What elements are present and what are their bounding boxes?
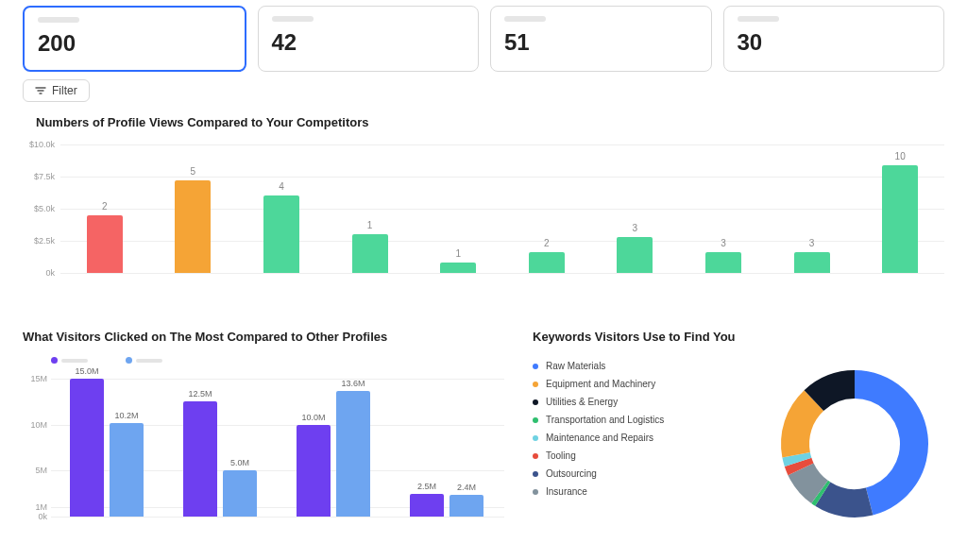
stat-card-label-placeholder — [38, 17, 79, 23]
stat-card-2[interactable]: 42 — [258, 6, 480, 72]
chart2-legend-a — [51, 357, 88, 364]
filter-label: Filter — [52, 84, 77, 97]
chart2-bar-b-label: 10.2M — [114, 411, 138, 420]
legend-dot-icon — [533, 489, 538, 495]
chart2-bar-b-label: 13.6M — [341, 379, 365, 388]
legend-label: Raw Materials — [546, 357, 605, 375]
chart2-bar-b-label: 5.0M — [230, 458, 249, 467]
stat-card-value: 42 — [272, 29, 466, 56]
chart1-bar-label: 2 — [544, 238, 550, 248]
chart2-bar-b[interactable] — [110, 423, 144, 517]
chart2-bar-a[interactable] — [410, 494, 444, 517]
clicks-chart: 0k1M5M10M15M 15.0M10.2M12.5M5.0M10.0M13.… — [23, 369, 504, 530]
chart2-bar-a[interactable] — [70, 379, 104, 517]
legend-dot-icon — [533, 399, 538, 405]
chart1-bar[interactable] — [263, 195, 299, 273]
legend-label: Outsourcing — [546, 465, 597, 483]
chart2-bar-a-label: 12.5M — [188, 389, 212, 399]
legend-label: Insurance — [546, 483, 587, 501]
chart1-bar[interactable] — [175, 180, 211, 273]
legend-label: Tooling — [546, 447, 576, 465]
stat-card-value: 200 — [38, 30, 231, 57]
chart1-bar-label: 3 — [721, 238, 726, 248]
chart1-bar-label: 2 — [102, 201, 108, 212]
chart2-bar-a-label: 10.0M — [301, 413, 325, 422]
donut-svg — [770, 359, 940, 529]
legend-dot-icon — [533, 364, 538, 369]
chart2-bar-a-label: 2.5M — [417, 482, 436, 491]
chart1-bars: 25411233310 — [60, 144, 944, 273]
chart1-bar-label: 4 — [279, 181, 284, 192]
legend-dot-icon — [533, 471, 538, 477]
chart1-bar-label: 3 — [633, 223, 638, 233]
stat-card-label-placeholder — [272, 16, 314, 22]
stats-row: 200 42 51 30 — [0, 0, 967, 72]
legend-dot-icon — [533, 382, 538, 387]
chart2-legend-b — [126, 357, 162, 364]
chart2-bar-b-label: 2.4M — [457, 483, 476, 492]
filter-button[interactable]: Filter — [23, 79, 90, 102]
legend-dot-icon — [533, 453, 538, 459]
chart2-bar-a-label: 15.0M — [75, 366, 98, 376]
stat-card-1[interactable]: 200 — [23, 6, 246, 72]
legend-label: Transportation and Logistics — [546, 411, 664, 429]
chart1-bar-label: 1 — [367, 220, 373, 230]
stat-card-label-placeholder — [738, 16, 779, 22]
filter-icon — [35, 86, 46, 95]
stat-card-4[interactable]: 30 — [723, 6, 945, 72]
chart1-bar-label: 3 — [809, 238, 815, 248]
stat-card-value: 30 — [738, 29, 931, 56]
legend-label: Maintenance and Repairs — [546, 429, 653, 447]
stat-card-3[interactable]: 51 — [490, 6, 712, 72]
legend-label: Equipment and Machinery — [546, 375, 655, 393]
chart1-bar[interactable] — [617, 237, 653, 273]
keywords-donut — [765, 354, 944, 534]
chart2-yaxis: 0k1M5M10M15M — [23, 369, 51, 517]
chart2-plot: 15.0M10.2M12.5M5.0M10.0M13.6M2.5M2.4M — [51, 369, 504, 517]
chart1-bar[interactable] — [705, 252, 741, 273]
chart1-bar-label: 5 — [191, 166, 196, 177]
chart2-bar-b[interactable] — [336, 391, 370, 517]
stat-card-label-placeholder — [504, 16, 546, 22]
chart2-bar-b[interactable] — [450, 495, 484, 517]
chart2-bar-a[interactable] — [297, 425, 331, 518]
chart1-yaxis: 0k$2.5k$5.0k$7.5k$10.0k — [23, 144, 60, 273]
chart1-bar[interactable] — [529, 252, 565, 273]
chart2-bar-a[interactable] — [183, 401, 217, 517]
legend-label: Utilities & Energy — [546, 393, 618, 411]
chart1-bar-label: 1 — [455, 248, 461, 259]
chart1-bar[interactable] — [440, 263, 476, 273]
profile-views-chart: 0k$2.5k$5.0k$7.5k$10.0k 25411233310 — [23, 135, 944, 286]
chart1-bar[interactable] — [87, 215, 123, 273]
chart2-bar-b[interactable] — [223, 470, 257, 517]
stat-card-value: 51 — [504, 29, 698, 56]
chart1-bar[interactable] — [882, 165, 918, 273]
legend-dot-icon — [533, 435, 538, 441]
chart1-bar-label: 10 — [895, 151, 906, 161]
filter-row: Filter — [0, 72, 967, 102]
chart1-bar[interactable] — [352, 234, 388, 273]
chart1-title: Numbers of Profile Views Compared to You… — [0, 102, 967, 135]
chart1-bar[interactable] — [794, 252, 830, 273]
chart3-title: Keywords Visitors Use to Find You — [533, 330, 944, 344]
legend-dot-icon — [533, 417, 538, 423]
chart2-title: What Visitors Clicked on The Most Compar… — [23, 330, 504, 344]
